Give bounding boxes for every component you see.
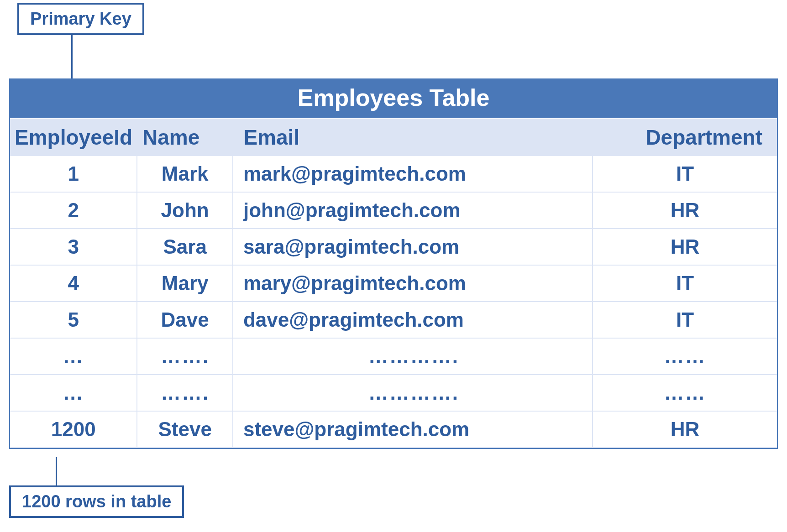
table-header-row: EmployeeId Name Email Department [10,119,777,156]
cell-email: mark@pragimtech.com [233,156,593,193]
column-header-employeeid: EmployeeId [10,119,138,156]
primary-key-callout: Primary Key [17,3,144,35]
table-row: 2Johnjohn@pragimtech.comHR [10,193,777,229]
table-body: 1Markmark@pragimtech.comIT2Johnjohn@prag… [10,156,777,448]
table-row: 1200Stevesteve@pragimtech.comHR [10,412,777,448]
table-row: 3Sarasara@pragimtech.comHR [10,229,777,266]
cell-email: …………. [233,375,593,412]
employees-table: Employees Table EmployeeId Name Email De… [9,78,778,449]
cell-dept: …… [593,339,777,375]
cell-id: 2 [10,193,137,229]
cell-email: mary@pragimtech.com [233,266,593,302]
table-title: Employees Table [10,79,777,119]
cell-email: sara@pragimtech.com [233,229,593,266]
table-row: 1Markmark@pragimtech.comIT [10,156,777,193]
cell-email: dave@pragimtech.com [233,302,593,339]
cell-email: john@pragimtech.com [233,193,593,229]
cell-dept: IT [593,302,777,339]
cell-email: steve@pragimtech.com [233,412,593,448]
cell-email: …………. [233,339,593,375]
column-header-department: Department [593,119,777,156]
cell-id: ... [10,375,137,412]
table-row: ...…….………….…… [10,339,777,375]
cell-dept: HR [593,412,777,448]
column-header-email: Email [233,119,593,156]
table-row: 4Marymary@pragimtech.comIT [10,266,777,302]
cell-name: Mary [137,266,233,302]
table-row: 5Davedave@pragimtech.comIT [10,302,777,339]
row-count-connector [56,457,57,485]
cell-name: ……. [137,375,233,412]
cell-name: Steve [137,412,233,448]
primary-key-connector [71,34,73,83]
cell-id: 3 [10,229,137,266]
table-row: ...…….………….…… [10,375,777,412]
cell-dept: HR [593,229,777,266]
column-header-name: Name [138,119,233,156]
cell-name: Mark [137,156,233,193]
cell-id: 5 [10,302,137,339]
cell-id: 1 [10,156,137,193]
cell-dept: IT [593,156,777,193]
cell-name: Sara [137,229,233,266]
cell-id: 4 [10,266,137,302]
cell-dept: HR [593,193,777,229]
cell-id: 1200 [10,412,137,448]
row-count-callout: 1200 rows in table [9,485,184,518]
cell-dept: IT [593,266,777,302]
cell-name: Dave [137,302,233,339]
cell-dept: …… [593,375,777,412]
cell-name: ……. [137,339,233,375]
cell-name: John [137,193,233,229]
cell-id: ... [10,339,137,375]
